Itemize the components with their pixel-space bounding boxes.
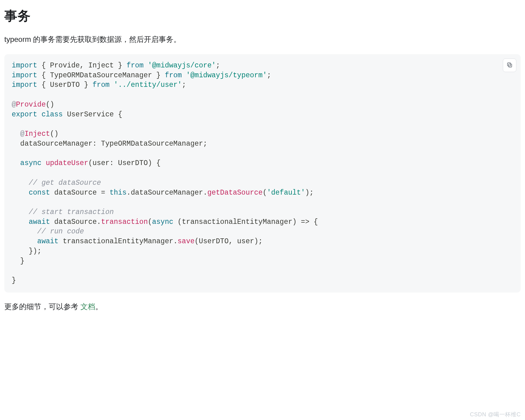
code-token: import [12,62,37,70]
code-block: import { Provide, Inject } from '@midway… [4,54,521,293]
code-content: import { Provide, Inject } from '@midway… [12,61,513,286]
section-heading: 事务 [4,7,521,25]
outro-paragraph: 更多的细节，可以参考 文档。 [4,302,521,312]
outro-text-post: 。 [95,302,103,311]
copy-icon [506,62,513,69]
watermark: CSDN @喝一杯维C [470,411,521,418]
svg-rect-1 [507,63,511,66]
svg-rect-0 [509,64,512,67]
intro-paragraph: typeorm 的事务需要先获取到数据源，然后开启事务。 [4,34,521,44]
outro-text-pre: 更多的细节，可以参考 [4,302,80,311]
copy-button[interactable] [503,59,516,72]
docs-link[interactable]: 文档 [80,302,95,311]
